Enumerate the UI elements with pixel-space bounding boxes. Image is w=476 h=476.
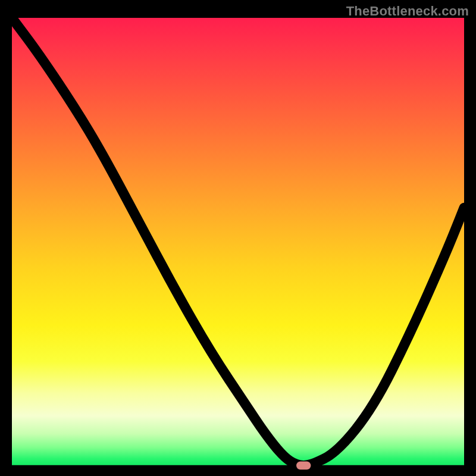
- chart-frame: TheBottleneck.com: [0, 0, 476, 476]
- bottleneck-curve: [12, 18, 464, 465]
- watermark-label: TheBottleneck.com: [346, 4, 469, 19]
- chart-svg: [12, 18, 464, 470]
- plot-area: [12, 18, 464, 470]
- optimal-marker: [296, 462, 311, 470]
